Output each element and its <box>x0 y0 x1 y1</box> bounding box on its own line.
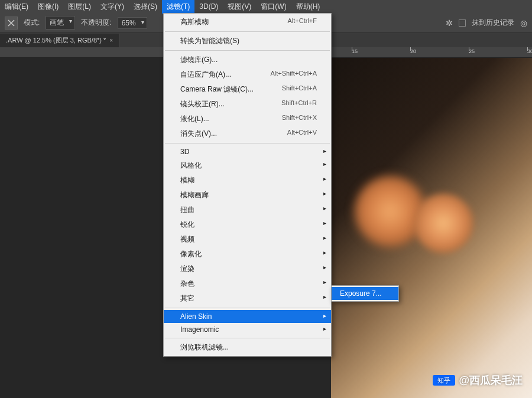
menu-item-alien-skin[interactable]: Alien Skin <box>164 310 331 323</box>
menu-item-convert-smart[interactable]: 转换为智能滤镜(S) <box>164 34 331 48</box>
filter-dropdown-menu: 高斯模糊 Alt+Ctrl+F 转换为智能滤镜(S) 滤镜库(G)... 自适应… <box>163 13 332 357</box>
menu-item-liquify[interactable]: 液化(L)... Shift+Ctrl+X <box>164 112 331 126</box>
menu-window[interactable]: 窗口(W) <box>256 0 291 14</box>
menu-select[interactable]: 选择(S) <box>129 0 162 14</box>
menu-label: 模糊 <box>180 175 194 185</box>
watermark: 知乎 @西瓜呆毛汪 <box>433 373 523 387</box>
menu-label: 液化(L)... <box>180 114 209 124</box>
close-icon[interactable]: × <box>109 37 113 44</box>
mode-label: 模式: <box>24 18 40 28</box>
menu-shortcut: Alt+Shift+Ctrl+A <box>270 70 317 80</box>
menu-shortcut: Shift+Ctrl+X <box>282 114 317 124</box>
menu-label: Exposure 7... <box>340 289 382 298</box>
mode-dropdown[interactable]: 画笔 <box>46 16 75 30</box>
alienskin-submenu: Exposure 7... <box>331 285 399 302</box>
menu-label: 杂色 <box>180 279 194 289</box>
menu-item-filter-gallery[interactable]: 滤镜库(G)... <box>164 53 331 67</box>
menu-label: Camera Raw 滤镜(C)... <box>180 84 254 94</box>
menu-item-last-filter[interactable]: 高斯模糊 Alt+Ctrl+F <box>164 15 331 30</box>
menu-label: 3D <box>180 148 189 156</box>
menu-shortcut: Alt+Ctrl+V <box>287 129 317 139</box>
menu-3d[interactable]: 3D(D) <box>194 1 223 12</box>
menu-label: 镜头校正(R)... <box>180 99 225 109</box>
menu-label: 模糊画廊 <box>180 190 209 200</box>
menu-item-imagenomic[interactable]: Imagenomic <box>164 323 331 336</box>
menu-item-noise[interactable]: 杂色 <box>164 276 331 291</box>
menu-image[interactable]: 图像(I) <box>33 0 63 14</box>
menu-item-sharpen[interactable]: 锐化 <box>164 217 331 232</box>
menu-item-vanishing-point[interactable]: 消失点(V)... Alt+Ctrl+V <box>164 126 331 141</box>
menu-label: 滤镜库(G)... <box>180 55 218 65</box>
menu-label: 扭曲 <box>180 205 194 215</box>
menu-item-blur-gallery[interactable]: 模糊画廊 <box>164 188 331 203</box>
menu-item-stylize[interactable]: 风格化 <box>164 158 331 173</box>
menu-label: 自适应广角(A)... <box>180 70 231 80</box>
menu-label: 高斯模糊 <box>180 17 209 27</box>
history-checkbox[interactable] <box>459 19 466 27</box>
tab-title: .ARW @ 12.5% (图层 3, RGB/8*) * <box>6 36 106 45</box>
menu-separator <box>165 308 330 308</box>
menu-layer[interactable]: 图层(L) <box>63 0 96 14</box>
menu-label: 风格化 <box>180 161 202 171</box>
menu-item-adaptive-wide[interactable]: 自适应广角(A)... Alt+Shift+Ctrl+A <box>164 67 331 82</box>
menu-label: 像素化 <box>180 249 202 259</box>
history-label: 抹到历史记录 <box>472 18 514 28</box>
menu-shortcut: Shift+Ctrl+R <box>281 99 317 109</box>
menu-item-other[interactable]: 其它 <box>164 291 331 306</box>
menu-item-blur[interactable]: 模糊 <box>164 173 331 188</box>
menu-separator <box>165 143 330 143</box>
menu-label: 渲染 <box>180 264 194 274</box>
menu-label: 转换为智能滤镜(S) <box>180 36 239 46</box>
main-menubar: 编辑(E) 图像(I) 图层(L) 文字(Y) 选择(S) 滤镜(T) 3D(D… <box>0 0 532 13</box>
tool-preset-icon[interactable] <box>5 17 18 30</box>
gear-icon[interactable]: ✲ <box>446 18 453 28</box>
menu-label: Imagenomic <box>180 325 219 334</box>
menu-view[interactable]: 视图(V) <box>223 0 256 14</box>
menu-shortcut: Alt+Ctrl+F <box>287 17 317 27</box>
zhihu-logo: 知乎 <box>433 375 455 386</box>
target-icon[interactable]: ◎ <box>520 18 527 28</box>
menu-separator <box>165 31 330 32</box>
menu-item-browse-online[interactable]: 浏览联机滤镜... <box>164 340 331 355</box>
document-tab[interactable]: .ARW @ 12.5% (图层 3, RGB/8*) * × <box>0 34 119 47</box>
opacity-input[interactable]: 65% <box>118 17 147 29</box>
ruler-tick: 15 <box>352 47 358 54</box>
menu-item-lens-correction[interactable]: 镜头校正(R)... Shift+Ctrl+R <box>164 97 331 112</box>
menu-item-render[interactable]: 渲染 <box>164 262 331 276</box>
menu-edit[interactable]: 编辑(E) <box>0 0 33 14</box>
menu-item-pixelate[interactable]: 像素化 <box>164 247 331 262</box>
menu-item-camera-raw[interactable]: Camera Raw 滤镜(C)... Shift+Ctrl+A <box>164 82 331 97</box>
document-canvas[interactable] <box>331 58 532 398</box>
ruler-tick: 25 <box>469 47 475 54</box>
menu-filter[interactable]: 滤镜(T) <box>162 0 194 14</box>
menu-label: 视频 <box>180 234 194 244</box>
ruler-tick: 20 <box>410 47 416 54</box>
watermark-text: @西瓜呆毛汪 <box>459 373 523 387</box>
menu-label: Alien Skin <box>180 312 212 321</box>
menu-label: 其它 <box>180 293 194 304</box>
menu-label: 锐化 <box>180 220 194 230</box>
ruler-tick: 30 <box>527 47 532 54</box>
menu-item-3d[interactable]: 3D <box>164 145 331 158</box>
menu-item-distort[interactable]: 扭曲 <box>164 203 331 217</box>
menu-help[interactable]: 帮助(H) <box>291 0 325 14</box>
menu-shortcut: Shift+Ctrl+A <box>282 84 317 94</box>
menu-label: 浏览联机滤镜... <box>180 342 229 353</box>
menu-type[interactable]: 文字(Y) <box>96 0 129 14</box>
menu-item-video[interactable]: 视频 <box>164 232 331 247</box>
menu-separator <box>165 338 330 338</box>
opacity-label: 不透明度: <box>81 18 111 28</box>
menu-label: 消失点(V)... <box>180 129 217 139</box>
menu-separator <box>165 50 330 51</box>
menu-item-exposure7[interactable]: Exposure 7... <box>332 287 398 300</box>
